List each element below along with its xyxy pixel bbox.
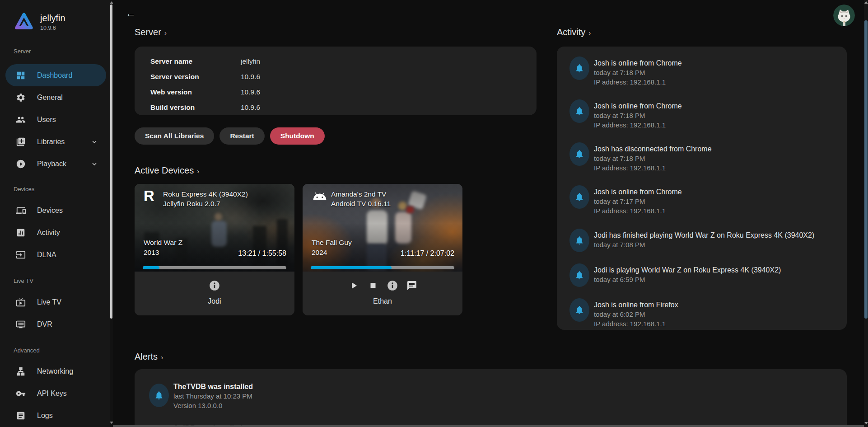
sidebar-item-live-tv[interactable]: Live TV: [5, 291, 106, 313]
horizontal-scrollbar[interactable]: [113, 425, 864, 427]
sidebar-scrollbar[interactable]: [110, 0, 113, 427]
server-info-card: Server name jellyfin Server version 10.9…: [135, 47, 537, 115]
sidebar-item-label: General: [37, 94, 106, 102]
sidebar-item-dlna[interactable]: DLNA: [5, 244, 106, 266]
sidebar-item-activity[interactable]: Activity: [5, 221, 106, 244]
playback-progress-fill: [311, 266, 392, 269]
client-name: Jellyfin Roku 2.0.7: [163, 199, 248, 208]
bell-icon: [569, 298, 589, 322]
activity-ip: IP address: 192.168.1.1: [594, 120, 838, 130]
stop-button[interactable]: [367, 280, 379, 291]
heading-chevron-icon: ›: [197, 167, 199, 175]
device-actions: [135, 272, 294, 291]
sidebar-item-playback[interactable]: Playback: [5, 153, 106, 175]
app-version: 10.9.6: [40, 25, 65, 31]
activity-title: Jodi is playing World War Z on Roku Expr…: [594, 265, 838, 275]
device-card-footer: Ethan: [303, 272, 462, 315]
activity-title: Josh is online from Firefox: [594, 300, 838, 310]
window-scrollbar-thumb[interactable]: [864, 20, 868, 319]
roku-icon: R: [144, 189, 159, 208]
alert-entry: TheTVDB was installed last Thursday at 1…: [149, 382, 838, 410]
heading-chevron-icon: ›: [161, 353, 163, 361]
sidebar-item-dvr[interactable]: DVR: [5, 313, 106, 335]
sidebar-item-label: Activity: [37, 229, 106, 237]
chevron-down-icon: [91, 138, 98, 145]
dvr-icon: [15, 319, 26, 330]
window-scrollbar[interactable]: [864, 0, 868, 427]
app-logo-row: jellyfin 10.9.6: [0, 0, 110, 33]
playback-progress-fill: [143, 266, 159, 269]
sidebar-section-devices: Devices Devices Activity DLNA: [0, 186, 110, 266]
chevron-down-icon: [91, 160, 98, 168]
media-title: The Fall Guy: [312, 238, 352, 248]
sidebar-item-label: API Keys: [37, 389, 106, 398]
activity-time: today at 7:08 PM: [594, 240, 838, 249]
device-card-android-tv[interactable]: Amanda's 2nd TV Android TV 0.16.11 The F…: [303, 184, 462, 315]
info-button[interactable]: [209, 280, 220, 291]
activity-time: today at 7:18 PM: [594, 154, 838, 163]
info-value: 10.9.6: [241, 73, 260, 81]
sidebar-item-general[interactable]: General: [5, 86, 106, 108]
activity-title: Josh is online from Chrome: [594, 101, 838, 111]
activity-heading[interactable]: Activity ›: [557, 27, 591, 38]
android-icon: [312, 189, 327, 208]
bell-icon: [569, 142, 589, 166]
active-devices-row: R Roku Express 4K (3940X2) Jellyfin Roku…: [135, 184, 462, 315]
user-avatar[interactable]: [833, 5, 855, 26]
sidebar-item-dashboard[interactable]: Dashboard: [5, 64, 106, 86]
server-info-row: Server version 10.9.6: [150, 69, 537, 84]
sidebar-item-label: Live TV: [37, 298, 106, 306]
sidebar-item-networking[interactable]: Networking: [5, 360, 106, 382]
activity-time: today at 7:17 PM: [594, 197, 838, 206]
scroll-down-arrow-icon[interactable]: [864, 422, 868, 424]
activity-ip: IP address: 192.168.1.1: [594, 206, 838, 216]
sidebar-item-logs[interactable]: Logs: [5, 404, 106, 427]
scan-all-libraries-button[interactable]: Scan All Libraries: [135, 127, 214, 145]
sidebar-item-api-keys[interactable]: API Keys: [5, 382, 106, 404]
scroll-up-arrow-icon[interactable]: [864, 1, 868, 4]
device-actions: [303, 272, 462, 291]
server-actions: Scan All Libraries Restart Shutdown: [135, 127, 325, 145]
activity-time: today at 7:18 PM: [594, 68, 838, 77]
sidebar-item-label: Devices: [37, 206, 106, 215]
heading-chevron-icon: ›: [164, 29, 167, 37]
shutdown-button[interactable]: Shutdown: [270, 127, 325, 145]
active-devices-heading[interactable]: Active Devices ›: [135, 165, 199, 176]
now-playing-backdrop: R Roku Express 4K (3940X2) Jellyfin Roku…: [135, 184, 294, 272]
sidebar-section-livetv: Live TV Live TV DVR: [0, 277, 110, 335]
back-button[interactable]: ←: [123, 5, 138, 21]
activity-time: today at 6:02 PM: [594, 310, 838, 319]
playback-progress-bar: [311, 266, 454, 269]
sidebar-item-users[interactable]: Users: [5, 108, 106, 131]
activity-ip: IP address: 192.168.1.1: [594, 319, 838, 328]
users-icon: [15, 114, 26, 125]
server-section-heading[interactable]: Server ›: [135, 27, 167, 38]
restart-button[interactable]: Restart: [219, 127, 264, 145]
info-value: 10.9.6: [241, 88, 260, 96]
sidebar-section-advanced: Advanced Networking API Keys Logs: [0, 347, 110, 427]
message-button[interactable]: [406, 280, 418, 291]
sidebar-item-libraries[interactable]: Libraries: [5, 131, 106, 153]
device-card-roku[interactable]: R Roku Express 4K (3940X2) Jellyfin Roku…: [135, 184, 294, 315]
playback-icon: [15, 159, 26, 169]
activity-card: Josh is online from Chrome today at 7:18…: [557, 47, 847, 330]
info-button[interactable]: [387, 280, 398, 291]
bell-icon: [569, 56, 589, 80]
sidebar-scrollbar-thumb[interactable]: [110, 5, 112, 319]
sidebar-item-devices[interactable]: Devices: [5, 199, 106, 221]
media-year: 2024: [312, 248, 352, 258]
media-info: World War Z 2013: [144, 238, 182, 258]
key-icon: [15, 388, 26, 399]
sidebar-item-label: Users: [37, 116, 106, 124]
device-card-footer: Jodi: [135, 272, 294, 315]
activity-entry: Josh is online from Firefox today at 6:0…: [569, 300, 838, 328]
alerts-card: TheTVDB was installed last Thursday at 1…: [135, 369, 847, 427]
sidebar-section-label: Live TV: [14, 277, 110, 285]
alerts-heading[interactable]: Alerts ›: [135, 352, 163, 362]
activity-title: Josh is online from Chrome: [594, 187, 838, 197]
activity-entry: Josh is online from Chrome today at 7:18…: [569, 58, 838, 87]
activity-icon: [15, 227, 26, 238]
play-button[interactable]: [348, 280, 359, 291]
media-year: 2013: [144, 248, 182, 258]
device-header: R Roku Express 4K (3940X2) Jellyfin Roku…: [144, 189, 248, 208]
